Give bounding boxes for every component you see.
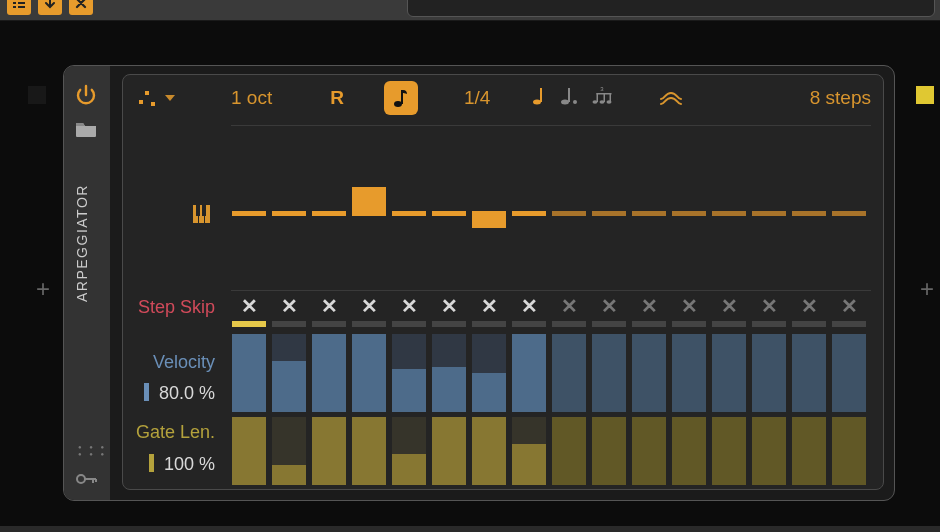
velocity-label: Velocity [153,352,215,373]
pitch-step[interactable] [271,151,307,271]
gate-step[interactable] [352,417,386,485]
step-skip-toggle[interactable]: ✕ [591,294,627,318]
rate-mode-note-button[interactable] [384,81,418,115]
pitch-step[interactable] [311,151,347,271]
velocity-step[interactable] [472,334,506,412]
step-position-indicator [752,321,786,327]
gate-step[interactable] [832,417,866,485]
pitch-step[interactable] [231,151,267,271]
timing-triplet-button[interactable]: 3 [592,87,612,110]
pitch-row-icon [193,205,215,228]
velocity-step[interactable] [712,334,746,412]
gate-step[interactable] [552,417,586,485]
velocity-step[interactable] [312,334,346,412]
step-position-indicator [472,321,506,327]
step-skip-toggle[interactable]: ✕ [551,294,587,318]
pitch-step[interactable] [431,151,467,271]
gate-step[interactable] [752,417,786,485]
step-count[interactable]: 8 steps [810,81,871,115]
pitch-step[interactable] [471,151,507,271]
rate-division[interactable]: 1/4 [464,81,490,115]
step-skip-toggle[interactable]: ✕ [831,294,867,318]
remote-controls-button[interactable] [76,472,98,490]
pitch-step[interactable] [671,151,707,271]
pitch-step[interactable] [511,151,547,271]
add-device-after-button[interactable]: + [920,275,934,303]
step-position-indicator [672,321,706,327]
gate-step[interactable] [672,417,706,485]
retrigger-button[interactable]: R [330,81,344,115]
gate-step[interactable] [792,417,826,485]
gate-step[interactable] [592,417,626,485]
step-column: ✕ [511,127,547,483]
step-skip-toggle[interactable]: ✕ [391,294,427,318]
toolbar-field[interactable] [407,0,935,17]
gate-value[interactable]: 100 % [149,454,215,475]
step-skip-toggle[interactable]: ✕ [471,294,507,318]
velocity-step[interactable] [512,334,546,412]
step-skip-toggle[interactable]: ✕ [311,294,347,318]
velocity-step[interactable] [672,334,706,412]
pitch-step[interactable] [831,151,867,271]
toolbar-close-button[interactable] [69,0,93,15]
toolbar-list-button[interactable] [7,0,31,15]
pitch-step[interactable] [591,151,627,271]
pitch-step[interactable] [791,151,827,271]
pitch-step[interactable] [631,151,667,271]
velocity-step[interactable] [792,334,826,412]
pitch-step[interactable] [351,151,387,271]
gate-step[interactable] [232,417,266,485]
step-column: ✕ [751,127,787,483]
shuffle-button[interactable] [660,81,682,115]
gate-step[interactable] [712,417,746,485]
velocity-step[interactable] [592,334,626,412]
step-skip-toggle[interactable]: ✕ [791,294,827,318]
velocity-step[interactable] [352,334,386,412]
svg-text:3: 3 [601,87,605,92]
timing-dotted-button[interactable] [560,87,578,110]
svg-point-8 [561,99,569,104]
velocity-step[interactable] [232,334,266,412]
step-skip-toggle[interactable]: ✕ [351,294,387,318]
step-skip-toggle[interactable]: ✕ [711,294,747,318]
octave-range[interactable]: 1 oct [231,81,272,115]
gate-step[interactable] [632,417,666,485]
velocity-step[interactable] [392,334,426,412]
pitch-step[interactable] [551,151,587,271]
gate-step[interactable] [312,417,346,485]
pitch-step[interactable] [751,151,787,271]
velocity-step[interactable] [552,334,586,412]
device-drag-handle[interactable]: ● ● ●● ● ● [78,444,107,458]
step-skip-toggle[interactable]: ✕ [431,294,467,318]
arp-pattern-dropdown[interactable] [159,81,181,115]
gate-step[interactable] [392,417,426,485]
step-skip-toggle[interactable]: ✕ [751,294,787,318]
step-skip-toggle[interactable]: ✕ [271,294,307,318]
velocity-step[interactable] [752,334,786,412]
gate-step[interactable] [472,417,506,485]
velocity-step[interactable] [632,334,666,412]
power-button[interactable] [74,83,98,107]
timing-straight-button[interactable] [532,87,546,110]
velocity-step[interactable] [272,334,306,412]
step-skip-toggle[interactable]: ✕ [631,294,667,318]
step-column: ✕ [311,127,347,483]
arp-pattern-button[interactable] [135,81,159,115]
gate-step[interactable] [512,417,546,485]
velocity-step[interactable] [432,334,466,412]
gate-step[interactable] [272,417,306,485]
step-position-indicator [352,321,386,327]
toolbar-down-button[interactable] [38,0,62,15]
add-device-before-button[interactable]: + [36,275,50,303]
step-skip-toggle[interactable]: ✕ [671,294,707,318]
step-skip-toggle[interactable]: ✕ [231,294,267,318]
pitch-step[interactable] [391,151,427,271]
velocity-step[interactable] [832,334,866,412]
step-position-indicator [512,321,546,327]
svg-rect-22 [196,205,200,216]
gate-step[interactable] [432,417,466,485]
velocity-value[interactable]: 80.0 % [144,383,215,404]
preset-folder-button[interactable] [75,120,97,138]
step-skip-toggle[interactable]: ✕ [511,294,547,318]
pitch-step[interactable] [711,151,747,271]
